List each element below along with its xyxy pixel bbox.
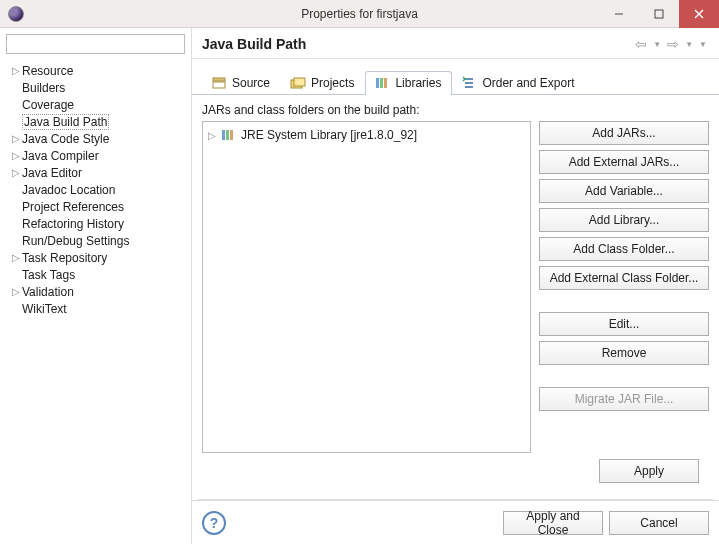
buttons-column: Add JARs... Add External JARs... Add Var… (539, 121, 709, 453)
expand-icon[interactable]: ▷ (10, 286, 22, 297)
page-nav: ⇦ ▼ ⇨ ▼ ▼ (633, 36, 709, 52)
window-title: Properties for firstjava (301, 7, 418, 21)
svg-rect-10 (384, 78, 387, 88)
apply-button[interactable]: Apply (599, 459, 699, 483)
minimize-button[interactable] (599, 0, 639, 28)
sidebar-item-label: Java Editor (22, 166, 82, 180)
sidebar-item-coverage[interactable]: ▷Coverage (0, 96, 191, 113)
content-description: JARs and class folders on the build path… (202, 103, 709, 117)
title-bar: Properties for firstjava (0, 0, 719, 28)
add-jars-button[interactable]: Add JARs... (539, 121, 709, 145)
svg-rect-8 (376, 78, 379, 88)
page-title: Java Build Path (202, 36, 633, 52)
help-icon[interactable]: ? (202, 511, 226, 535)
add-external-class-folder-button[interactable]: Add External Class Folder... (539, 266, 709, 290)
tab-label: Source (232, 76, 270, 90)
migrate-jar-button[interactable]: Migrate JAR File... (539, 387, 709, 411)
sidebar-item-java-build-path[interactable]: ▷Java Build Path (0, 113, 191, 130)
content-row: ▷JRE System Library [jre1.8.0_92] Add JA… (202, 121, 709, 453)
sidebar-item-java-compiler[interactable]: ▷Java Compiler (0, 147, 191, 164)
libraries-icon (374, 75, 390, 91)
library-item[interactable]: ▷JRE System Library [jre1.8.0_92] (207, 126, 526, 144)
library-icon (221, 128, 237, 142)
expand-icon[interactable]: ▷ (10, 150, 22, 161)
libraries-list[interactable]: ▷JRE System Library [jre1.8.0_92] (202, 121, 531, 453)
sidebar-item-run-debug-settings[interactable]: ▷Run/Debug Settings (0, 232, 191, 249)
back-icon[interactable]: ⇦ (633, 36, 649, 52)
sidebar-item-label: Validation (22, 285, 74, 299)
sidebar-item-label: Java Build Path (22, 114, 109, 130)
eclipse-icon (8, 6, 24, 22)
expand-icon[interactable]: ▷ (207, 130, 217, 141)
footer: ? Apply and Close Cancel (192, 500, 719, 544)
filter-input[interactable] (10, 36, 181, 52)
dialog-body: ▷Resource▷Builders▷Coverage▷Java Build P… (0, 28, 719, 544)
filter-box (6, 34, 185, 54)
svg-rect-5 (213, 82, 225, 88)
tab-label: Order and Export (482, 76, 574, 90)
add-variable-button[interactable]: Add Variable... (539, 179, 709, 203)
sidebar-item-java-code-style[interactable]: ▷Java Code Style (0, 130, 191, 147)
sidebar-item-refactoring-history[interactable]: ▷Refactoring History (0, 215, 191, 232)
forward-icon[interactable]: ⇨ (665, 36, 681, 52)
sidebar-item-label: WikiText (22, 302, 67, 316)
sidebar-item-label: Javadoc Location (22, 183, 115, 197)
sidebar: ▷Resource▷Builders▷Coverage▷Java Build P… (0, 28, 192, 544)
svg-rect-1 (655, 10, 663, 18)
order-icon (461, 75, 477, 91)
maximize-button[interactable] (639, 0, 679, 28)
page-header: Java Build Path ⇦ ▼ ⇨ ▼ ▼ (192, 28, 719, 59)
sidebar-item-label: Task Repository (22, 251, 107, 265)
source-icon (211, 75, 227, 91)
tab-label: Projects (311, 76, 354, 90)
sidebar-item-wikitext[interactable]: ▷WikiText (0, 300, 191, 317)
svg-rect-12 (226, 130, 229, 140)
tab-source[interactable]: Source (202, 71, 281, 95)
tabs-bar: SourceProjectsLibrariesOrder and Export (192, 59, 719, 95)
view-menu-icon[interactable]: ▼ (697, 40, 709, 49)
svg-rect-7 (294, 78, 305, 86)
add-library-button[interactable]: Add Library... (539, 208, 709, 232)
apply-and-close-button[interactable]: Apply and Close (503, 511, 603, 535)
edit-button[interactable]: Edit... (539, 312, 709, 336)
add-class-folder-button[interactable]: Add Class Folder... (539, 237, 709, 261)
svg-rect-13 (230, 130, 233, 140)
tab-order-and-export[interactable]: Order and Export (452, 71, 585, 95)
sidebar-item-label: Run/Debug Settings (22, 234, 129, 248)
sidebar-item-resource[interactable]: ▷Resource (0, 62, 191, 79)
sidebar-item-javadoc-location[interactable]: ▷Javadoc Location (0, 181, 191, 198)
sidebar-item-label: Project References (22, 200, 124, 214)
sidebar-item-project-references[interactable]: ▷Project References (0, 198, 191, 215)
sidebar-item-label: Coverage (22, 98, 74, 112)
sidebar-item-label: Refactoring History (22, 217, 124, 231)
tab-libraries[interactable]: Libraries (365, 71, 452, 95)
category-tree[interactable]: ▷Resource▷Builders▷Coverage▷Java Build P… (0, 60, 191, 544)
expand-icon[interactable]: ▷ (10, 133, 22, 144)
sidebar-item-builders[interactable]: ▷Builders (0, 79, 191, 96)
cancel-button[interactable]: Cancel (609, 511, 709, 535)
svg-rect-9 (380, 78, 383, 88)
sidebar-item-java-editor[interactable]: ▷Java Editor (0, 164, 191, 181)
back-menu-icon[interactable]: ▼ (651, 40, 663, 49)
tab-projects[interactable]: Projects (281, 71, 365, 95)
apply-row: Apply (202, 453, 709, 489)
expand-icon[interactable]: ▷ (10, 252, 22, 263)
library-label: JRE System Library [jre1.8.0_92] (241, 128, 417, 142)
window-buttons (599, 0, 719, 28)
expand-icon[interactable]: ▷ (10, 167, 22, 178)
sidebar-item-label: Java Compiler (22, 149, 99, 163)
close-button[interactable] (679, 0, 719, 28)
sidebar-item-label: Builders (22, 81, 65, 95)
svg-rect-4 (213, 78, 225, 81)
sidebar-item-label: Java Code Style (22, 132, 109, 146)
add-external-jars-button[interactable]: Add External JARs... (539, 150, 709, 174)
forward-menu-icon[interactable]: ▼ (683, 40, 695, 49)
svg-rect-11 (222, 130, 225, 140)
expand-icon[interactable]: ▷ (10, 65, 22, 76)
tab-content: JARs and class folders on the build path… (192, 95, 719, 499)
remove-button[interactable]: Remove (539, 341, 709, 365)
sidebar-item-label: Resource (22, 64, 73, 78)
sidebar-item-task-repository[interactable]: ▷Task Repository (0, 249, 191, 266)
sidebar-item-validation[interactable]: ▷Validation (0, 283, 191, 300)
sidebar-item-task-tags[interactable]: ▷Task Tags (0, 266, 191, 283)
